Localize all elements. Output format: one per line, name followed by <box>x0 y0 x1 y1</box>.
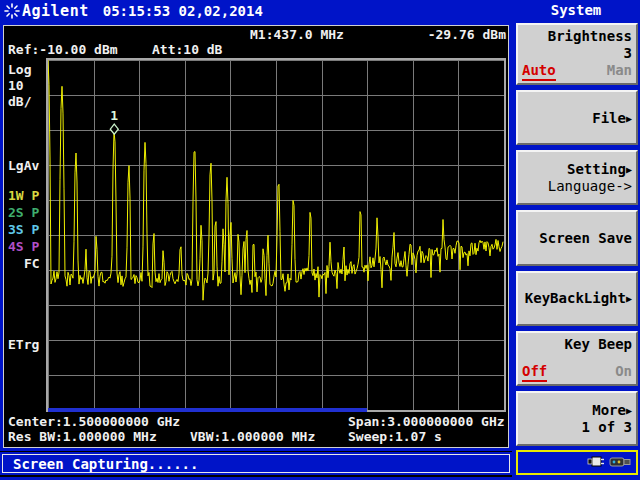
submenu-arrow-icon: ▶ <box>626 293 632 304</box>
softkey-key-beep[interactable]: Key Beep Off On <box>516 331 638 386</box>
spectrum-analyzer-screen: Agilent 05:15:53 02,02,2014 System M1:43… <box>0 0 640 480</box>
span-label: Span:3.000000000 GHz <box>348 414 505 429</box>
status-bar-inner: Screen Capturing...... <box>2 454 510 473</box>
softkey-label: KeyBackLight <box>525 290 626 306</box>
toggle-off[interactable]: Off <box>522 363 547 382</box>
submenu-arrow-icon: ▶ <box>626 164 632 175</box>
spectrum-plot: 1 <box>48 60 504 410</box>
softkey-setting[interactable]: Setting▶ Language-> <box>516 150 638 205</box>
status-bar: Screen Capturing...... <box>0 452 512 475</box>
trace4-mode-label: 4S P <box>8 239 39 254</box>
softkey-keybacklight[interactable]: KeyBackLight▶ <box>516 271 638 326</box>
submenu-arrow-icon: ▶ <box>626 113 632 124</box>
usb-plug-icon <box>585 455 605 471</box>
toggle-man[interactable]: Man <box>607 62 632 81</box>
sweep-time-label: Sweep:1.07 s <box>348 429 442 444</box>
softkey-file[interactable]: File▶ <box>516 90 638 145</box>
softkey-screen-save[interactable]: Screen Save <box>516 210 638 265</box>
trace2-mode-label: 2S P <box>8 205 39 220</box>
scale-type-label: Log <box>8 62 31 77</box>
brand-label: Agilent <box>22 2 89 20</box>
softkey-label: More <box>592 402 626 418</box>
rbw-label: Res BW:1.000000 MHz <box>8 429 157 444</box>
average-type-label: LgAv <box>8 158 39 173</box>
softkey-value: 3 <box>522 45 632 62</box>
softkey-brightness[interactable]: Brightness 3 Auto Man <box>516 23 638 85</box>
usb-stick-icon <box>609 455 631 471</box>
agilent-logo-icon <box>4 3 20 22</box>
title-bar: Agilent 05:15:53 02,02,2014 System <box>0 0 640 22</box>
toggle-on[interactable]: On <box>615 363 632 382</box>
io-indicator-box <box>516 450 638 475</box>
status-message: Screen Capturing...... <box>13 456 198 472</box>
submenu-arrow-icon: ▶ <box>626 405 632 416</box>
marker-readout-amp: -29.76 dBm <box>420 27 506 42</box>
menu-title: System <box>512 2 640 18</box>
ref-level-label: Ref:-10.00 dBm <box>8 42 118 57</box>
softkey-label: File <box>592 110 626 126</box>
softkey-list: Brightness 3 Auto Man File▶ Setting▶ Lan… <box>516 23 638 446</box>
freq-coupling-label: FC <box>24 256 40 271</box>
softkey-panel: Brightness 3 Auto Man File▶ Setting▶ Lan… <box>512 22 640 477</box>
softkey-value: 1 of 3 <box>522 419 632 436</box>
softkey-label: Key Beep <box>522 336 632 353</box>
scale-value-label: 10 <box>8 78 24 93</box>
trace3-mode-label: 3S P <box>8 222 39 237</box>
attenuation-label: Att:10 dB <box>152 42 222 57</box>
softkey-value: Language-> <box>522 178 632 195</box>
softkey-more[interactable]: More▶ 1 of 3 <box>516 391 638 446</box>
marker1-diamond-icon <box>110 124 118 134</box>
vbw-label: VBW:1.000000 MHz <box>190 429 315 444</box>
sweep-progress-bar <box>48 408 367 412</box>
trace1-mode-label: 1W P <box>8 188 39 203</box>
marker-readout-freq: M1:437.0 MHz <box>250 27 344 42</box>
graticule-frame: 1 <box>46 58 506 412</box>
marker1-label: 1 <box>110 108 118 123</box>
ext-trigger-label: ETrg <box>8 337 39 352</box>
clock-label: 05:15:53 02,02,2014 <box>103 3 263 19</box>
softkey-label: Setting <box>567 161 626 177</box>
softkey-label: Screen Save <box>522 230 632 247</box>
scale-unit-label: dB/ <box>8 94 31 109</box>
softkey-label: Brightness <box>522 28 632 45</box>
trace1-line <box>48 60 503 300</box>
center-freq-label: Center:1.500000000 GHz <box>8 414 180 429</box>
toggle-auto[interactable]: Auto <box>522 62 556 81</box>
